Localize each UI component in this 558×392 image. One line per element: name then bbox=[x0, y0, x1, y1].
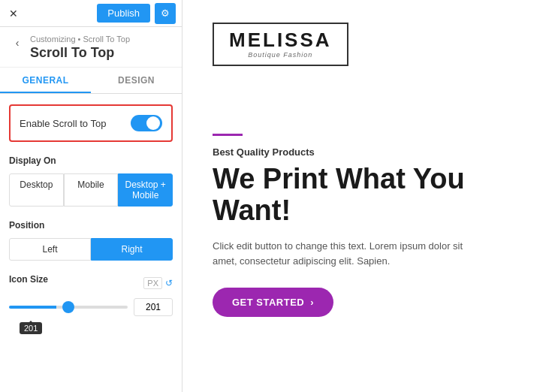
publish-button[interactable]: Publish bbox=[97, 4, 150, 23]
icon-size-slider[interactable] bbox=[9, 306, 128, 309]
icon-size-section: Icon Size PX ↺ 201 201 bbox=[9, 274, 173, 334]
back-button[interactable]: ‹ bbox=[9, 35, 26, 51]
icon-size-input[interactable]: 201 bbox=[134, 298, 173, 316]
heading-line2: Want! bbox=[213, 194, 291, 226]
close-button[interactable]: ✕ bbox=[6, 6, 21, 21]
display-desktop-btn[interactable]: Desktop bbox=[9, 173, 64, 207]
position-section: Position Left Right bbox=[9, 220, 173, 261]
breadcrumb-title: Scroll To Top bbox=[30, 45, 130, 61]
right-panel: MELISSA Boutique Fashion Best Quality Pr… bbox=[182, 0, 558, 392]
heading-line1: We Print What You bbox=[213, 163, 465, 194]
left-panel: ✕ Publish ⚙ ‹ Customizing • Scroll To To… bbox=[0, 0, 182, 392]
settings-button[interactable]: ⚙ bbox=[155, 3, 176, 24]
breadcrumb-row: ‹ Customizing • Scroll To Top Scroll To … bbox=[9, 35, 173, 61]
tab-general[interactable]: GENERAL bbox=[0, 68, 91, 93]
breadcrumb-path: Customizing • Scroll To Top bbox=[30, 35, 130, 44]
display-button-group: Desktop Mobile Desktop + Mobile bbox=[9, 173, 173, 207]
icon-size-label: Icon Size bbox=[9, 274, 48, 285]
top-bar-left: ✕ bbox=[6, 6, 21, 21]
position-button-group: Left Right bbox=[9, 238, 173, 261]
enable-label: Enable Scroll to Top bbox=[20, 118, 106, 129]
position-right-btn[interactable]: Right bbox=[91, 238, 173, 261]
preview-area: MELISSA Boutique Fashion Best Quality Pr… bbox=[182, 0, 558, 392]
px-label: PX bbox=[143, 277, 162, 289]
panel-content: Enable Scroll to Top Display On Desktop … bbox=[0, 94, 182, 392]
tabs: GENERAL DESIGN bbox=[0, 68, 182, 94]
accent-line bbox=[213, 134, 243, 136]
cta-arrow-icon: › bbox=[310, 297, 314, 308]
slider-tooltip: 201 bbox=[9, 321, 173, 334]
brand-name: MELISSA bbox=[229, 30, 332, 50]
description: Click edit button to change this text. L… bbox=[213, 239, 468, 270]
display-on-section: Display On Desktop Mobile Desktop + Mobi… bbox=[9, 155, 173, 207]
tooltip-value: 201 bbox=[20, 322, 42, 334]
brand-sub: Boutique Fashion bbox=[248, 51, 312, 59]
main-heading: We Print What You Want! bbox=[213, 164, 528, 227]
top-bar-right: Publish ⚙ bbox=[97, 3, 176, 24]
position-label: Position bbox=[9, 220, 173, 231]
toggle-slider bbox=[131, 115, 162, 131]
cta-button[interactable]: GET STARTED › bbox=[213, 288, 333, 317]
enable-scroll-section: Enable Scroll to Top bbox=[9, 104, 173, 142]
reset-icon[interactable]: ↺ bbox=[165, 278, 173, 288]
icon-size-header: Icon Size PX ↺ bbox=[9, 274, 173, 292]
position-left-btn[interactable]: Left bbox=[9, 238, 91, 261]
tab-design[interactable]: DESIGN bbox=[91, 68, 182, 93]
slider-row: 201 bbox=[9, 298, 173, 316]
display-on-label: Display On bbox=[9, 155, 173, 166]
breadcrumb-section: ‹ Customizing • Scroll To Top Scroll To … bbox=[0, 27, 182, 68]
cta-label: GET STARTED bbox=[232, 297, 304, 308]
subtitle: Best Quality Products bbox=[213, 146, 528, 158]
top-bar: ✕ Publish ⚙ bbox=[0, 0, 182, 27]
breadcrumb-content: Customizing • Scroll To Top Scroll To To… bbox=[30, 35, 130, 61]
enable-toggle[interactable] bbox=[131, 115, 162, 131]
logo-container: MELISSA Boutique Fashion bbox=[213, 23, 528, 96]
brand-logo: MELISSA Boutique Fashion bbox=[213, 23, 348, 66]
display-desktop-mobile-btn[interactable]: Desktop + Mobile bbox=[118, 173, 173, 207]
display-mobile-btn[interactable]: Mobile bbox=[64, 173, 119, 207]
